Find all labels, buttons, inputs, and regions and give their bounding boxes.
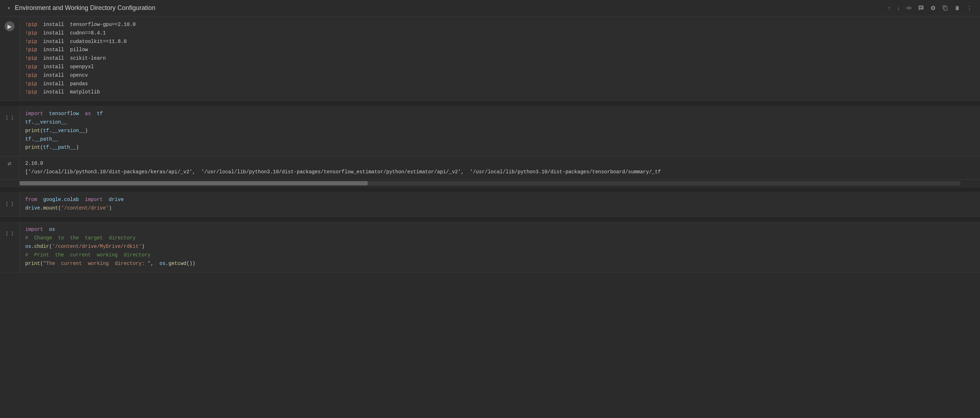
output-content-1: 2.10.0 ['/usr/local/lib/python3.10/dist-… xyxy=(19,157,980,180)
horizontal-scrollbar-container xyxy=(0,180,980,187)
cell-counter-2: [ ] xyxy=(6,110,13,121)
comment-icon xyxy=(918,5,924,11)
delete-button[interactable] xyxy=(954,5,961,12)
cell-tensorflow: [ ] import tensorflow as tf tf.__version… xyxy=(0,105,980,157)
code-line: !pip install tensorflow-gpu==2.10.0 xyxy=(25,21,974,29)
output-tensorflow: ⇄ 2.10.0 ['/usr/local/lib/python3.10/dis… xyxy=(0,157,980,180)
code-line: # Change to the target directory xyxy=(25,234,974,243)
trash-icon xyxy=(955,5,960,11)
code-line: print("The current working directory: ",… xyxy=(25,260,974,268)
code-line: print(tf.__version__) xyxy=(25,127,974,135)
code-line: tf.__version__ xyxy=(25,118,974,127)
scrollbar-thumb[interactable] xyxy=(19,181,368,185)
cell-3-gutter: [ ] xyxy=(0,191,19,217)
copy-icon xyxy=(942,5,948,11)
section-header: ▾ Environment and Working Directory Conf… xyxy=(0,0,980,16)
horizontal-scrollbar[interactable] xyxy=(19,181,961,185)
toolbar: ↑ ↓ ⋮ xyxy=(887,4,973,12)
cell-pip-installs: ▶ !pip install tensorflow-gpu==2.10.0 !p… xyxy=(0,16,980,101)
move-down-button[interactable]: ↓ xyxy=(896,4,900,12)
code-line: os.chdir('/content/drive/MyDrive/rdkit') xyxy=(25,243,974,251)
output-path: ['/usr/local/lib/python3.10/dist-package… xyxy=(25,168,974,176)
code-line: tf.__path__ xyxy=(25,135,974,144)
code-line: # Print the current working directory xyxy=(25,251,974,260)
settings-button[interactable] xyxy=(929,5,937,12)
gear-icon xyxy=(930,5,936,11)
code-line: !pip install openpyxl xyxy=(25,63,974,72)
cell-drive-mount: [ ] from google.colab import drive drive… xyxy=(0,191,980,217)
code-line: from google.colab import drive xyxy=(25,195,974,204)
comment-button[interactable] xyxy=(918,5,924,12)
output-version: 2.10.0 xyxy=(25,159,974,168)
link-icon xyxy=(906,5,912,11)
cell-counter-3: [ ] xyxy=(6,196,13,206)
output-gutter-1: ⇄ xyxy=(0,157,19,180)
code-line: !pip install opencv xyxy=(25,72,974,80)
link-button[interactable] xyxy=(905,5,913,12)
code-line: !pip install scikit-learn xyxy=(25,54,974,63)
cell-divider-3 xyxy=(0,217,980,221)
code-line: print(tf.__path__) xyxy=(25,143,974,152)
cell-divider-2 xyxy=(0,187,980,191)
copy-button[interactable] xyxy=(942,5,949,12)
code-line: !pip install pillow xyxy=(25,46,974,54)
cell-divider-1 xyxy=(0,101,980,105)
code-line: drive.mount('/content/drive') xyxy=(25,204,974,213)
cell-os-chdir: [ ] import os # Change to the target dir… xyxy=(0,221,980,272)
cell-4-content[interactable]: import os # Change to the target directo… xyxy=(19,221,980,272)
code-line: import os xyxy=(25,226,974,234)
run-button-1[interactable]: ▶ xyxy=(5,21,14,31)
output-arrows-icon: ⇄ xyxy=(8,159,12,167)
cell-1-gutter: ▶ xyxy=(0,16,19,101)
cell-1-content[interactable]: !pip install tensorflow-gpu==2.10.0 !pip… xyxy=(19,16,980,101)
code-line: !pip install cudatoolkit==11.8.0 xyxy=(25,38,974,46)
notebook-container: ▾ Environment and Working Directory Conf… xyxy=(0,0,980,272)
collapse-chevron[interactable]: ▾ xyxy=(7,5,11,12)
cell-3-content[interactable]: from google.colab import drive drive.mou… xyxy=(19,191,980,217)
code-line: import tensorflow as tf xyxy=(25,110,974,118)
cell-counter-4: [ ] xyxy=(6,226,13,236)
move-up-button[interactable]: ↑ xyxy=(887,4,891,12)
cell-2-gutter: [ ] xyxy=(0,105,19,156)
more-button[interactable]: ⋮ xyxy=(966,4,973,12)
code-line: !pip install cudnn==8.4.1 xyxy=(25,29,974,38)
cell-2-content[interactable]: import tensorflow as tf tf.__version__ p… xyxy=(19,105,980,156)
code-line: !pip install pandas xyxy=(25,80,974,88)
section-title: Environment and Working Directory Config… xyxy=(15,4,156,12)
cell-4-gutter: [ ] xyxy=(0,221,19,272)
code-line: !pip install matplotlib xyxy=(25,88,974,97)
